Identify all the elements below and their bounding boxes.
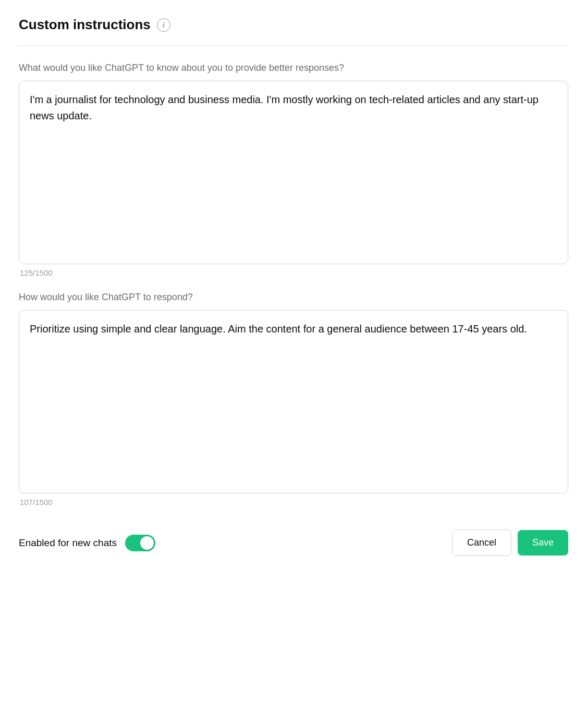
toggle-group: Enabled for new chats xyxy=(19,535,155,551)
about-textarea[interactable] xyxy=(30,92,557,253)
about-char-count: 125/1500 xyxy=(19,268,568,277)
section-about-you: What would you like ChatGPT to know abou… xyxy=(19,63,568,277)
response-textarea[interactable] xyxy=(30,321,557,483)
toggle-label: Enabled for new chats xyxy=(19,537,117,549)
response-textarea-wrapper xyxy=(19,310,568,493)
section-response-style: How would you like ChatGPT to respond? 1… xyxy=(19,292,568,507)
info-icon[interactable]: i xyxy=(157,18,170,32)
enabled-toggle[interactable] xyxy=(125,535,155,551)
custom-instructions-modal: Custom instructions i What would you lik… xyxy=(0,0,587,575)
modal-footer: Enabled for new chats Cancel Save xyxy=(19,525,568,556)
modal-header: Custom instructions i xyxy=(19,17,568,46)
response-char-count: 107/1500 xyxy=(19,498,568,507)
save-button[interactable]: Save xyxy=(518,530,568,556)
toggle-knob xyxy=(140,536,154,550)
footer-buttons: Cancel Save xyxy=(452,529,568,556)
section-response-label: How would you like ChatGPT to respond? xyxy=(19,292,568,303)
about-textarea-wrapper xyxy=(19,81,568,264)
section-about-label: What would you like ChatGPT to know abou… xyxy=(19,63,568,73)
cancel-button[interactable]: Cancel xyxy=(452,529,511,556)
modal-title: Custom instructions xyxy=(19,17,151,33)
